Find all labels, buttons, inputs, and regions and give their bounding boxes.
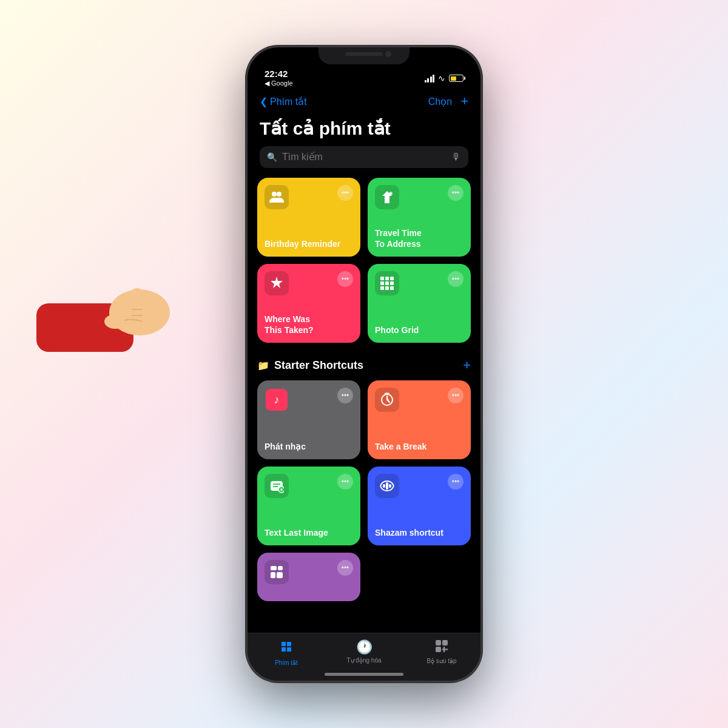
add-nav-button[interactable]: + [460, 93, 468, 109]
birthday-label: Birthday Reminder [265, 238, 353, 249]
travel-icon [375, 185, 399, 209]
svg-rect-13 [383, 484, 385, 488]
purple-icon [265, 560, 289, 584]
card-header: ••• [265, 560, 353, 584]
page-title: Tất cả phím tắt [248, 114, 480, 146]
card-header: ••• [265, 185, 353, 209]
where-icon [265, 271, 289, 295]
automation-tab-label: Tự động hóa [346, 657, 381, 664]
status-left: 22:42 ◀ Google [265, 69, 293, 87]
photo-grid-card[interactable]: ••• Photo Grid [368, 264, 471, 343]
text-more-button[interactable]: ••• [337, 474, 353, 490]
music-note-icon: ♪ [274, 394, 280, 406]
phone-screen: 22:42 ◀ Google ∿ ❮ Phím tắt [248, 47, 480, 681]
tab-shortcuts[interactable]: Phím tắt [248, 639, 325, 666]
travel-more-button[interactable]: ••• [448, 185, 463, 201]
speaker [346, 52, 382, 56]
tab-gallery[interactable]: Bộ sưu tập [403, 639, 480, 666]
status-icons: ∿ [425, 73, 464, 83]
automation-tab-icon: 🕐 [356, 639, 372, 655]
folder-icon: 📁 [257, 360, 269, 371]
choose-button[interactable]: Chọn [428, 96, 452, 107]
card-header: ••• [265, 474, 353, 498]
section-title-wrap: 📁 Starter Shortcuts [257, 359, 363, 372]
starter-add-button[interactable]: + [463, 357, 471, 373]
text-label: Text Last Image [265, 527, 353, 538]
purple-more-button[interactable]: ••• [337, 560, 353, 576]
tab-automation[interactable]: 🕐 Tự động hóa [325, 639, 403, 666]
svg-point-3 [104, 314, 126, 329]
shazam-label: Shazam shortcut [375, 527, 463, 538]
break-more-button[interactable]: ••• [448, 388, 463, 403]
svg-rect-14 [389, 484, 391, 488]
shortcuts-scroll-area: ••• Birthday Reminder [248, 178, 480, 633]
shazam-card[interactable]: ••• Shazam shortcut [368, 467, 471, 545]
svg-rect-12 [386, 482, 388, 490]
signal-icon [425, 75, 435, 83]
svg-rect-20 [442, 640, 448, 645]
svg-point-6 [272, 192, 277, 197]
text-last-image-card[interactable]: ••• Text Last Image [257, 467, 360, 545]
back-button[interactable]: ❮ Phím tắt [260, 96, 307, 107]
card-header: ••• [375, 185, 463, 209]
card-header: ♪ ••• [265, 388, 353, 412]
svg-rect-17 [271, 572, 275, 578]
search-bar[interactable]: 🔍 🎙 [260, 146, 468, 168]
nav-actions: Chọn + [428, 93, 468, 109]
search-input[interactable] [282, 152, 447, 163]
status-time: 22:42 [265, 69, 293, 78]
card-header: ••• [375, 474, 463, 498]
purple-card[interactable]: ••• [257, 553, 360, 601]
hand-pointer-illustration [36, 255, 170, 352]
photo-label: Photo Grid [375, 325, 463, 335]
break-card[interactable]: ••• Take a Break [368, 380, 471, 459]
card-header: ••• [375, 271, 463, 295]
starter-shortcuts-grid: ♪ ••• Phát nhạc [257, 380, 471, 601]
music-icon-bg: ♪ [266, 389, 288, 411]
microphone-icon[interactable]: 🎙 [451, 152, 461, 163]
shazam-more-button[interactable]: ••• [448, 474, 463, 490]
where-label: Where WasThis Taken? [265, 314, 353, 335]
svg-rect-15 [271, 566, 277, 570]
back-app-label: ◀ Google [265, 79, 293, 87]
where-more-button[interactable]: ••• [337, 271, 353, 287]
svg-rect-18 [277, 572, 283, 578]
home-indicator [325, 673, 403, 676]
birthday-reminder-card[interactable]: ••• Birthday Reminder [257, 178, 360, 257]
top-shortcuts-grid: ••• Birthday Reminder [257, 178, 471, 343]
camera [385, 51, 391, 57]
power-button [481, 169, 482, 217]
card-header: ••• [375, 388, 463, 412]
where-was-taken-card[interactable]: ••• Where WasThis Taken? [257, 264, 360, 343]
starter-section-header: 📁 Starter Shortcuts + [257, 357, 471, 373]
svg-rect-21 [436, 647, 441, 652]
travel-time-card[interactable]: ••• Travel TimeTo Address [368, 178, 471, 257]
photo-grid-icon [375, 271, 399, 295]
break-icon [375, 388, 399, 412]
gallery-tab-label: Bộ sưu tập [426, 658, 456, 664]
music-icon: ♪ [265, 388, 289, 412]
starter-section-title: Starter Shortcuts [274, 359, 363, 372]
battery-icon [449, 75, 463, 82]
back-label: Phím tắt [270, 96, 307, 107]
photo-more-button[interactable]: ••• [448, 271, 463, 287]
music-card[interactable]: ♪ ••• Phát nhạc [257, 380, 360, 459]
music-label: Phát nhạc [265, 441, 353, 452]
music-more-button[interactable]: ••• [337, 388, 353, 403]
search-icon: 🔍 [267, 152, 277, 162]
card-header: ••• [265, 271, 353, 295]
gallery-tab-icon [435, 639, 448, 656]
notch [318, 47, 410, 64]
shazam-icon [375, 474, 399, 498]
shortcuts-tab-icon [279, 639, 294, 658]
birthday-more-button[interactable]: ••• [337, 185, 353, 201]
phone-frame: 22:42 ◀ Google ∿ ❮ Phím tắt [246, 46, 482, 682]
chevron-left-icon: ❮ [260, 96, 268, 107]
birthday-icon [265, 185, 289, 209]
svg-rect-19 [436, 640, 441, 645]
text-icon [265, 474, 289, 498]
shortcuts-tab-label: Phím tắt [275, 659, 298, 666]
wifi-icon: ∿ [438, 73, 445, 83]
svg-rect-16 [278, 566, 283, 570]
break-label: Take a Break [375, 441, 463, 452]
